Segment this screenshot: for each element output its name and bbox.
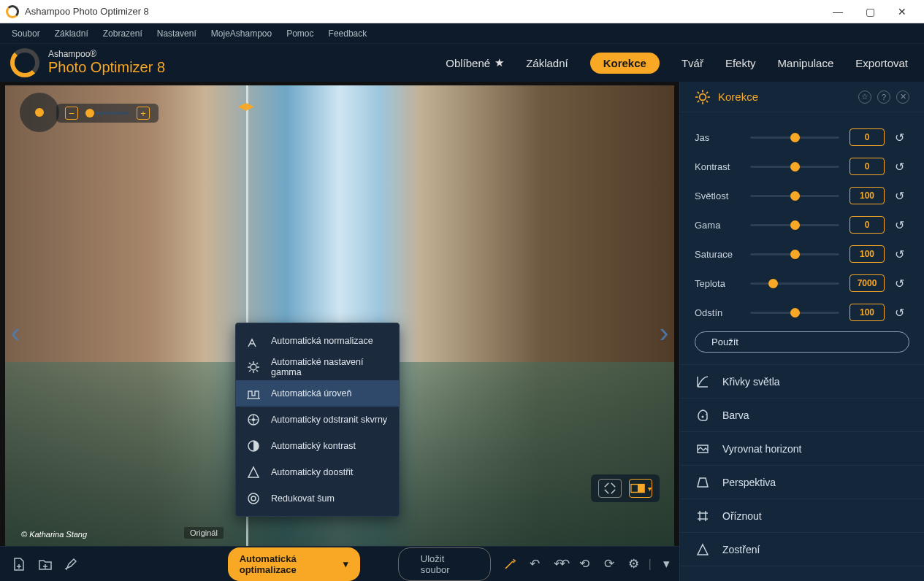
section-křivky-světla[interactable]: Křivky světla	[680, 365, 924, 399]
prev-image-button[interactable]: ‹	[5, 316, 27, 351]
auto-menu-item[interactable]: Redukovat šum	[236, 485, 399, 512]
nav-základní[interactable]: Základní	[526, 57, 568, 69]
photo-canvas[interactable]: ◀▶ − + ‹ › Originál © Katharina Stang	[5, 85, 674, 546]
slider-track[interactable]	[750, 195, 839, 197]
auto-menu-item[interactable]: Automatický kontrast	[236, 433, 399, 459]
slider-value[interactable]: 100	[849, 187, 885, 204]
slider-value[interactable]: 7000	[849, 274, 885, 292]
slider-value[interactable]: 0	[849, 216, 885, 234]
auto-menu-item[interactable]: Automatická normalizace	[236, 328, 399, 354]
section-vyrovnat-horizont[interactable]: Vyrovnat horizont	[680, 432, 924, 466]
favorite-icon[interactable]: ☆	[858, 91, 871, 104]
auto-menu-item[interactable]: Automatická úroveň	[236, 380, 399, 407]
slider-track[interactable]	[750, 253, 839, 255]
reset-icon[interactable]: ↺	[895, 218, 909, 232]
auto-menu-item[interactable]: Automaticky odstranit skvrny	[236, 407, 399, 433]
auto-optimize-label: Automatická optimalizace	[240, 553, 337, 575]
reset-icon[interactable]: ↺	[895, 277, 909, 290]
section-icon	[695, 441, 711, 457]
slider-track[interactable]	[750, 136, 839, 139]
close-panel-icon[interactable]: ✕	[896, 91, 909, 104]
auto-menu-item[interactable]: Automaticky doostřit	[236, 459, 399, 485]
maximize-button[interactable]: ▢	[854, 1, 886, 22]
auto-menu-popup: Automatická normalizaceAutomatické nasta…	[235, 323, 400, 517]
menu-feedback[interactable]: Feedback	[321, 26, 375, 42]
add-folder-icon[interactable]	[37, 554, 54, 574]
section-icon	[695, 374, 711, 390]
sliders-group: Jas0↺Kontrast0↺Světlost100↺Gama0↺Saturac…	[680, 112, 924, 365]
zoom-slider[interactable]	[85, 112, 129, 115]
fit-screen-button[interactable]	[598, 479, 622, 498]
sun-icon	[695, 89, 711, 105]
window-controls: — ▢ ✕	[822, 1, 918, 22]
section-oříznout[interactable]: Oříznout	[680, 499, 924, 533]
menu-mojeashampoo[interactable]: MojeAshampoo	[204, 26, 279, 42]
brush-icon[interactable]	[63, 554, 80, 574]
nav-oblíbené[interactable]: Oblíbené★	[446, 56, 504, 69]
auto-menu-item-icon	[246, 465, 261, 480]
menu-pomoc[interactable]: Pomoc	[279, 26, 321, 42]
slider-value[interactable]: 100	[849, 245, 885, 263]
help-icon[interactable]: ?	[877, 91, 890, 104]
section-icon	[695, 407, 711, 423]
menu-nastavení[interactable]: Nastavení	[150, 26, 204, 42]
compare-handle-icon[interactable]: ◀▶	[238, 100, 254, 112]
gear-icon[interactable]: ⚙	[624, 554, 644, 574]
magic-wand-icon[interactable]	[500, 554, 520, 574]
undo-icon[interactable]: ↶	[524, 554, 545, 574]
reset-icon[interactable]: ↺	[895, 131, 909, 145]
nav-exportovat[interactable]: Exportovat	[855, 57, 908, 69]
reset-icon[interactable]: ↺	[895, 306, 909, 320]
nav-tvář[interactable]: Tvář	[681, 57, 703, 69]
focus-target-icon[interactable]	[20, 93, 59, 132]
section-list: Křivky světlaBarvaVyrovnat horizontPersp…	[680, 365, 924, 581]
auto-menu-item-label: Automatický kontrast	[271, 441, 356, 451]
svg-line-9	[256, 363, 258, 364]
zoom-out-button[interactable]: −	[65, 107, 78, 120]
auto-menu-item[interactable]: Automatické nastavení gamma	[236, 354, 399, 380]
svg-point-19	[700, 93, 706, 100]
chevron-down-icon[interactable]: ▾	[656, 554, 676, 574]
svg-line-10	[249, 370, 251, 372]
app-logo-icon	[6, 5, 19, 18]
section-perspektiva[interactable]: Perspektiva	[680, 466, 924, 499]
section-barva[interactable]: Barva	[680, 399, 924, 432]
rotate-right-icon[interactable]: ⟳	[599, 554, 619, 574]
slider-value[interactable]: 100	[849, 304, 885, 321]
compare-view-button[interactable]	[629, 479, 652, 498]
add-file-icon[interactable]	[10, 554, 28, 574]
auto-menu-item-icon	[246, 412, 261, 427]
section-label: Barva	[722, 409, 749, 421]
close-button[interactable]: ✕	[886, 1, 918, 22]
minimize-button[interactable]: —	[822, 1, 854, 22]
slider-value[interactable]: 0	[849, 128, 885, 146]
auto-optimize-button[interactable]: Automatická optimalizace	[228, 547, 360, 581]
zoom-in-button[interactable]: +	[137, 107, 150, 120]
menubar: SouborZákladníZobrazeníNastaveníMojeAsha…	[0, 23, 924, 44]
slider-value[interactable]: 0	[849, 158, 885, 175]
slider-track[interactable]	[750, 166, 839, 168]
slider-track[interactable]	[750, 312, 839, 314]
reset-icon[interactable]: ↺	[895, 247, 909, 261]
nav-manipulace[interactable]: Manipulace	[778, 57, 834, 69]
slider-track[interactable]	[750, 282, 839, 285]
next-image-button[interactable]: ›	[652, 316, 674, 351]
nav-korekce[interactable]: Korekce	[590, 53, 660, 74]
apply-button[interactable]: Použít	[695, 331, 909, 353]
slider-label: Saturace	[695, 249, 740, 260]
svg-point-28	[702, 415, 704, 418]
menu-základní[interactable]: Základní	[47, 26, 96, 42]
undo-all-icon[interactable]: ↶↶	[549, 554, 570, 574]
slider-track[interactable]	[750, 224, 839, 226]
menu-soubor[interactable]: Soubor	[4, 26, 47, 42]
original-label: Originál	[184, 527, 224, 539]
auto-menu-item-icon	[246, 439, 261, 453]
save-file-button[interactable]: Uložit soubor	[398, 547, 491, 581]
rotate-left-icon[interactable]: ⟲	[574, 554, 595, 574]
reset-icon[interactable]: ↺	[895, 189, 909, 203]
menu-zobrazení[interactable]: Zobrazení	[96, 26, 150, 42]
section-zostření[interactable]: Zostření	[680, 533, 924, 566]
reset-icon[interactable]: ↺	[895, 160, 909, 174]
svg-line-25	[706, 100, 708, 101]
nav-efekty[interactable]: Efekty	[725, 57, 756, 69]
